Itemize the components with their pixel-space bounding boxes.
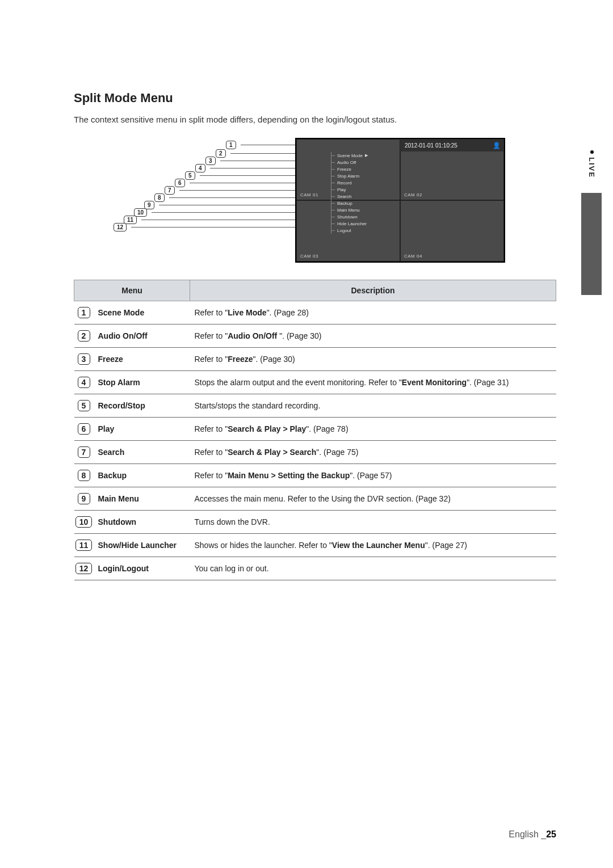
row-number-badge: 10 [75,516,93,528]
menu-description: Refer to "Live Mode". (Page 28) [190,301,556,325]
menu-description: Stops the alarm output and the event mon… [190,371,556,394]
row-number-badge: 5 [78,400,90,411]
row-number-badge: 6 [78,423,90,435]
section-tab-label: LIVE [587,157,596,178]
menu-description-table: Menu Description 1Scene ModeRefer to "Li… [74,280,556,580]
row-number-badge: 11 [75,540,93,551]
menu-description: Refer to "Main Menu > Setting the Backup… [190,464,556,487]
row-number-cell: 6 [74,418,94,441]
ctx-main-menu: Main Menu [331,207,368,213]
user-icon: 👤 [493,142,499,149]
datetime: 2012-01-01 01:10:25 [405,142,457,149]
table-row: 6PlayRefer to "Search & Play > Play". (P… [74,418,556,441]
cam-label-2: CAM 02 [404,192,422,197]
ctx-hide-launcher: Hide Launcher [331,220,368,227]
row-number-badge: 2 [78,330,90,342]
row-number-badge: 8 [78,470,90,481]
row-number-cell: 12 [74,557,94,580]
table-row: 4Stop AlarmStops the alarm output and th… [74,371,556,394]
page-footer: English _25 [509,829,556,840]
row-number-badge: 4 [78,377,90,388]
page-number: 25 [546,829,556,839]
ctx-play: Play [331,186,368,193]
row-number-cell: 11 [74,534,94,557]
intro-text: The context sensitive menu in split mode… [74,115,556,124]
menu-name: Record/Stop [94,394,190,418]
menu-description: Starts/stops the standard recording. [190,394,556,418]
menu-name: Play [94,418,190,441]
row-number-cell: 3 [74,348,94,371]
row-number-cell: 5 [74,394,94,418]
menu-name: Login/Logout [94,557,190,580]
row-number-badge: 7 [78,446,90,458]
row-number-cell: 2 [74,325,94,348]
menu-name: Scene Mode [94,301,190,325]
menu-name: Shutdown [94,511,190,534]
menu-name: Audio On/Off [94,325,190,348]
ctx-logout: Logout [331,227,368,234]
menu-description: Refer to "Search & Play > Play". (Page 7… [190,418,556,441]
bullet-icon [590,150,594,154]
row-number-cell: 4 [74,371,94,394]
cam-label-3: CAM 03 [300,254,318,259]
row-number-cell: 9 [74,487,94,511]
ctx-backup: Backup [331,200,368,207]
row-number-badge: 1 [78,307,90,318]
ctx-shutdown: Shutdown [331,213,368,220]
row-number-badge: 12 [75,563,93,574]
menu-name: Main Menu [94,487,190,511]
table-row: 10ShutdownTurns down the DVR. [74,511,556,534]
menu-name: Search [94,441,190,464]
section-tab: LIVE [587,150,596,178]
row-number-cell: 8 [74,464,94,487]
ctx-scene-mode: Scene Mode ▶ [331,152,368,159]
table-row: 11Show/Hide LauncherShows or hides the l… [74,534,556,557]
menu-description: Refer to "Search & Play > Search". (Page… [190,441,556,464]
thumb-index-bar [581,193,602,295]
th-menu: Menu [74,280,190,301]
menu-description: Turns down the DVR. [190,511,556,534]
ctx-freeze: Freeze [331,166,368,172]
ctx-search: Search [331,193,368,200]
table-row: 5Record/StopStarts/stops the standard re… [74,394,556,418]
dvr-screenshot: 2012-01-01 01:10:25 👤 Scene Mode ▶ Audio… [295,138,505,263]
footer-sep: _ [541,829,546,839]
row-number-cell: 1 [74,301,94,325]
menu-name: Backup [94,464,190,487]
ctx-record: Record [331,179,368,186]
menu-name: Show/Hide Launcher [94,534,190,557]
menu-description: You can log in or out. [190,557,556,580]
menu-name: Stop Alarm [94,371,190,394]
table-row: 7SearchRefer to "Search & Play > Search"… [74,441,556,464]
menu-description: Shows or hides the launcher. Refer to "V… [190,534,556,557]
table-row: 8BackupRefer to "Main Menu > Setting the… [74,464,556,487]
cam-label-1: CAM 01 [300,192,318,197]
row-number-badge: 9 [78,493,90,504]
table-row: 1Scene ModeRefer to "Live Mode". (Page 2… [74,301,556,325]
table-row: 12Login/LogoutYou can log in or out. [74,557,556,580]
menu-description: Accesses the main menu. Refer to the Usi… [190,487,556,511]
section-heading: Split Mode Menu [74,91,556,106]
callout-12: 12 [114,223,127,231]
callout-1: 1 [226,141,236,149]
table-row: 9Main MenuAccesses the main menu. Refer … [74,487,556,511]
footer-language: English [509,829,538,839]
ctx-audio-off: Audio Off [331,159,368,166]
context-menu: Scene Mode ▶ Audio Off Freeze Stop Alarm… [331,152,368,234]
callout-area: 1 2 3 4 5 6 7 8 9 10 11 12 [125,138,295,263]
date-bar: 2012-01-01 01:10:25 👤 [400,139,504,151]
menu-name: Freeze [94,348,190,371]
submenu-arrow-icon: ▶ [365,153,368,158]
th-description: Description [190,280,556,301]
diagram: 1 2 3 4 5 6 7 8 9 10 11 12 2012-01-01 01… [74,138,556,263]
cam-label-4: CAM 04 [404,254,422,259]
row-number-cell: 10 [74,511,94,534]
menu-description: Refer to "Audio On/Off ". (Page 30) [190,325,556,348]
menu-description: Refer to "Freeze". (Page 30) [190,348,556,371]
row-number-badge: 3 [78,353,90,365]
table-row: 3FreezeRefer to "Freeze". (Page 30) [74,348,556,371]
ctx-stop-alarm: Stop Alarm [331,172,368,179]
row-number-cell: 7 [74,441,94,464]
table-row: 2Audio On/OffRefer to "Audio On/Off ". (… [74,325,556,348]
